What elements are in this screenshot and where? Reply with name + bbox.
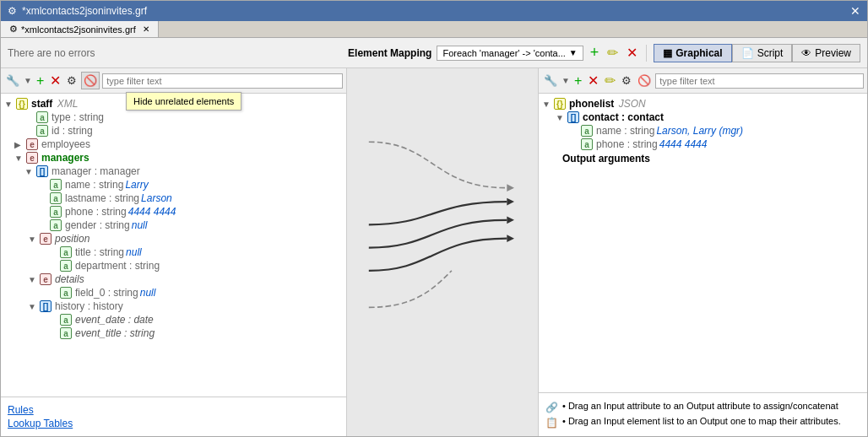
svg-marker-0: [507, 184, 514, 192]
list-item[interactable]: a title : string null: [1, 245, 346, 259]
title-bar-left: ⚙ *xmlcontacts2jsoninvites.grf: [8, 5, 147, 17]
right-delete-button[interactable]: ✕: [586, 71, 600, 90]
list-item[interactable]: a name : string Larson, Larry (mgr): [539, 124, 867, 138]
hint-1-text: • Drag an Input attribute to an Output a…: [562, 401, 838, 411]
close-button[interactable]: ✕: [850, 4, 860, 18]
list-item[interactable]: a gender : string null: [1, 218, 346, 232]
title-bar-title: *xmlcontacts2jsoninvites.grf: [22, 5, 147, 17]
expand-icon: ▼: [14, 154, 24, 163]
right-search-input[interactable]: [655, 73, 864, 89]
attr-icon: a: [581, 125, 593, 137]
list-item[interactable]: a name : string Larry: [1, 178, 346, 192]
list-item[interactable]: ▼ e position: [1, 232, 346, 245]
script-icon: 📄: [741, 47, 754, 59]
expand-icon: ▼: [556, 113, 566, 122]
left-settings-button[interactable]: ⚙: [65, 73, 79, 89]
right-settings-button[interactable]: ⚙: [620, 73, 633, 89]
main-window: ⚙ *xmlcontacts2jsoninvites.grf ✕ ⚙ *xmlc…: [0, 0, 868, 437]
leaf-icon: [38, 181, 48, 190]
right-tool-arrow: ▼: [561, 76, 570, 85]
mapping-select: Foreach 'manager' -> 'conta... ▼: [437, 46, 583, 61]
obj-icon: {}: [16, 98, 28, 110]
expand-icon: ▼: [24, 167, 35, 176]
preview-button[interactable]: 👁 Preview: [792, 44, 860, 62]
attr-icon: a: [60, 314, 72, 326]
attr-icon: a: [60, 287, 72, 299]
add-mapping-button[interactable]: +: [589, 42, 601, 63]
attr-icon: a: [36, 125, 48, 137]
expand-icon: ▼: [28, 275, 38, 284]
elem-icon: e: [40, 233, 52, 245]
edit-mapping-button[interactable]: ✏: [605, 43, 620, 62]
title-bar-icon: ⚙: [8, 5, 17, 17]
obj-icon: {}: [554, 98, 566, 110]
list-item[interactable]: ▼ [] manager : manager: [1, 165, 346, 178]
left-tree: ▼ {} staff XML a type : string a id : st…: [1, 94, 346, 397]
delete-mapping-button[interactable]: ✕: [625, 43, 639, 62]
svg-marker-2: [507, 216, 514, 224]
tab-icon: ⚙: [9, 24, 18, 35]
list-item[interactable]: a lastname : string Larson: [1, 192, 346, 205]
svg-marker-3: [507, 235, 514, 242]
left-add-button[interactable]: +: [35, 72, 46, 90]
expand-icon: ▼: [4, 100, 14, 109]
list-item[interactable]: ▼ [] history : history: [1, 299, 346, 313]
expand-icon: ▼: [28, 302, 38, 311]
leaf-icon: [569, 127, 579, 136]
expand-icon: ▶: [14, 140, 24, 149]
right-bottom-hints: 🔗 • Drag an Input attribute to an Output…: [539, 392, 867, 436]
elem-icon: e: [40, 273, 52, 285]
list-item[interactable]: ▶ e employees: [1, 138, 346, 151]
leaf-icon: [569, 140, 579, 149]
script-view-button[interactable]: 📄 Script: [732, 44, 793, 62]
main-tab[interactable]: ⚙ *xmlcontacts2jsoninvites.grf ✕: [1, 21, 159, 37]
left-tool-button[interactable]: 🔧: [4, 73, 21, 89]
right-hide-button[interactable]: 🚫: [636, 73, 653, 89]
hint-1: 🔗 • Drag an Input attribute to an Output…: [545, 401, 860, 413]
list-item[interactable]: a id : string: [1, 124, 346, 138]
right-edit-button[interactable]: ✏: [603, 71, 617, 90]
right-tool-button[interactable]: 🔧: [542, 73, 559, 89]
leaf-icon: [38, 221, 48, 230]
leaf-icon: [38, 208, 48, 217]
list-item[interactable]: a phone : string 4444 4444: [1, 205, 346, 218]
attr-icon: a: [60, 327, 72, 339]
lookup-tables-link[interactable]: Lookup Tables: [8, 418, 339, 429]
view-toggle: ▦ Graphical 📄 Script 👁 Preview: [654, 44, 860, 62]
left-panel-toolbar: 🔧 ▼ + ✕ ⚙ 🚫 Hide unrelated elements: [1, 68, 346, 94]
elem-icon: e: [26, 152, 38, 164]
mapping-dropdown[interactable]: Foreach 'manager' -> 'conta... ▼: [437, 46, 583, 61]
attr-icon: a: [581, 138, 593, 150]
preview-label: Preview: [815, 47, 851, 59]
left-tool-arrow: ▼: [24, 76, 32, 85]
struct-icon: []: [40, 300, 52, 312]
list-item[interactable]: ▼ [] contact : contact: [539, 111, 867, 124]
status-text: There are no errors: [8, 47, 343, 59]
list-item[interactable]: ▼ {} phonelist JSON: [539, 97, 867, 111]
list-item[interactable]: a type : string: [1, 111, 346, 124]
grid-icon: ▦: [663, 47, 672, 59]
graphical-view-button[interactable]: ▦ Graphical: [654, 44, 731, 62]
list-item[interactable]: a event_title : string: [1, 326, 346, 340]
leaf-icon: [24, 127, 35, 136]
tab-label: *xmlcontacts2jsoninvites.grf: [21, 24, 136, 35]
attr-icon: a: [50, 179, 62, 191]
elem-icon: e: [26, 138, 38, 150]
left-delete-button[interactable]: ✕: [48, 71, 62, 90]
list-item[interactable]: ▼ e managers: [1, 151, 346, 165]
list-item[interactable]: a department : string: [1, 259, 346, 272]
right-add-button[interactable]: +: [572, 72, 583, 90]
list-item[interactable]: a field_0 : string null: [1, 286, 346, 299]
list-item[interactable]: ▼ e details: [1, 272, 346, 286]
list-item[interactable]: a event_date : date: [1, 313, 346, 326]
middle-panel: [347, 68, 538, 436]
rules-link[interactable]: Rules: [8, 404, 339, 416]
tab-close-icon[interactable]: ✕: [143, 24, 149, 34]
hide-unrelated-button[interactable]: 🚫: [81, 72, 100, 89]
chevron-down-icon: ▼: [569, 48, 578, 57]
left-search-input[interactable]: [102, 73, 343, 89]
mapping-label: Element Mapping: [348, 47, 431, 59]
list-item[interactable]: a phone : string 4444 4444: [539, 138, 867, 151]
attr-icon: a: [36, 111, 48, 123]
hint-list-icon: 📋: [545, 417, 557, 429]
